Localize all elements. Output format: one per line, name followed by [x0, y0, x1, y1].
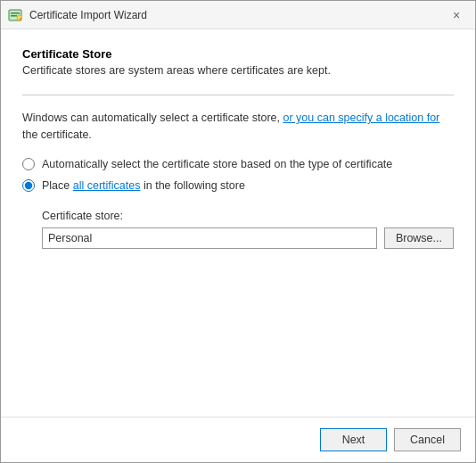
radio-place[interactable] — [22, 179, 35, 192]
section-title: Certificate Store — [22, 47, 454, 61]
radio-auto[interactable] — [22, 158, 35, 170]
title-bar: ✓ Certificate Import Wizard × — [1, 1, 475, 29]
cert-store-row: Browse... — [42, 227, 454, 249]
svg-text:✓: ✓ — [19, 15, 22, 21]
wizard-footer: Next Cancel — [1, 417, 475, 462]
spacer — [22, 249, 454, 403]
close-button[interactable]: × — [445, 4, 468, 27]
radio-group: Automatically select the certificate sto… — [22, 158, 454, 192]
svg-rect-2 — [11, 15, 17, 17]
radio-auto-label: Automatically select the certificate sto… — [42, 158, 392, 170]
radio-place-label: Place all certificates in the following … — [42, 179, 245, 192]
wizard-window: ✓ Certificate Import Wizard × Certificat… — [0, 0, 476, 463]
divider — [22, 95, 454, 95]
description-text: Windows can automatically select a certi… — [22, 110, 454, 144]
cancel-button[interactable]: Cancel — [394, 428, 461, 451]
description-link: or you can specify a location for — [283, 112, 439, 124]
section-desc: Certificate stores are system areas wher… — [22, 64, 454, 77]
wizard-content: Certificate Store Certificate stores are… — [1, 29, 475, 417]
cert-store-input[interactable] — [42, 227, 377, 249]
radio-place-link: all certificates — [73, 179, 141, 192]
section-header: Certificate Store Certificate stores are… — [22, 47, 454, 77]
cert-store-label: Certificate store: — [42, 210, 454, 222]
radio-auto-item[interactable]: Automatically select the certificate sto… — [22, 158, 454, 170]
svg-rect-1 — [11, 12, 20, 14]
window-title: Certificate Import Wizard — [29, 9, 147, 21]
wizard-icon: ✓ — [8, 8, 22, 22]
cert-store-section: Certificate store: Browse... — [42, 210, 454, 249]
next-button[interactable]: Next — [320, 428, 387, 451]
radio-place-item[interactable]: Place all certificates in the following … — [22, 179, 454, 192]
browse-button[interactable]: Browse... — [384, 227, 454, 249]
